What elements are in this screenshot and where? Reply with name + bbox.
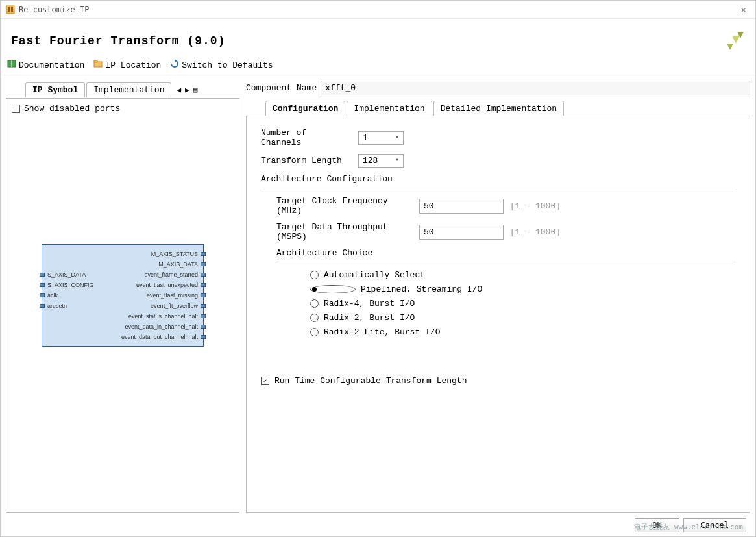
- refresh-icon: [170, 59, 179, 71]
- transform-length-label: Transform Length: [261, 156, 352, 166]
- radio-radix2[interactable]: [310, 314, 319, 322]
- tab-next-icon[interactable]: ▶: [185, 86, 189, 94]
- svg-marker-3: [727, 44, 733, 50]
- title-bar: Re-customize IP ×: [1, 1, 755, 19]
- left-tabs: IP Symbol Implementation ◀ ▶ ▤: [6, 81, 239, 99]
- tab-list-icon[interactable]: ▤: [193, 86, 198, 94]
- folder-icon: [93, 59, 103, 71]
- book-icon: [7, 59, 16, 71]
- port-out-3: event_tlast_unexpected: [136, 282, 198, 288]
- radio-auto-label: Automatically Select: [324, 270, 425, 280]
- show-disabled-checkbox[interactable]: [12, 105, 20, 113]
- switch-defaults-link[interactable]: Switch to Defaults: [170, 59, 273, 71]
- ip-block-diagram: M_AXIS_STATUS M_AXIS_DATA S_AXIS_DATAeve…: [42, 244, 204, 347]
- app-icon: [6, 5, 15, 14]
- tab-configuration[interactable]: Configuration: [265, 101, 345, 116]
- port-in-2: aclk: [47, 292, 58, 299]
- documentation-link[interactable]: Documentation: [7, 59, 84, 71]
- tab-implementation-left[interactable]: Implementation: [86, 82, 171, 97]
- tab-detailed-implementation[interactable]: Detailed Implementation: [433, 101, 564, 116]
- component-name-input[interactable]: [321, 81, 750, 95]
- symbol-panel: Show disabled ports M_AXIS_STATUS M_AXIS…: [6, 98, 239, 513]
- switch-defaults-label: Switch to Defaults: [182, 60, 273, 70]
- arch-config-heading: Architecture Configuration: [261, 174, 735, 184]
- port-out-8: event_data_out_channel_halt: [121, 334, 198, 340]
- runtime-config-label: Run Time Configurable Transform Length: [274, 376, 467, 386]
- cancel-button[interactable]: Cancel: [683, 518, 746, 532]
- main-area: IP Symbol Implementation ◀ ▶ ▤ Show disa…: [1, 75, 755, 514]
- radio-auto[interactable]: [310, 271, 319, 279]
- documentation-label: Documentation: [19, 60, 84, 70]
- left-pane: IP Symbol Implementation ◀ ▶ ▤ Show disa…: [6, 81, 239, 513]
- vivado-logo-icon: [724, 31, 745, 51]
- transform-length-select[interactable]: 128: [358, 154, 404, 168]
- port-out-5: event_fft_overflow: [151, 303, 198, 309]
- tab-implementation[interactable]: Implementation: [347, 101, 432, 116]
- port-in-1: S_AXIS_CONFIG: [47, 282, 94, 288]
- throughput-input[interactable]: [419, 225, 504, 240]
- runtime-config-checkbox[interactable]: ✓: [261, 377, 269, 385]
- clock-freq-label: Target Clock Frequency (MHz): [276, 196, 413, 216]
- svg-marker-10: [175, 59, 177, 63]
- port-out-2: event_frame_started: [144, 271, 198, 278]
- num-channels-label: Number of Channels: [261, 128, 352, 147]
- num-channels-select[interactable]: 1: [358, 131, 404, 145]
- radio-radix4[interactable]: [310, 299, 319, 308]
- throughput-range: [1 - 1000]: [510, 227, 561, 237]
- arch-choice-radios: Automatically Select Pipelined, Streamin…: [276, 270, 735, 337]
- radio-radix2lite-label: Radix-2 Lite, Burst I/O: [324, 327, 440, 337]
- port-out-1: M_AXIS_DATA: [158, 261, 198, 268]
- clock-freq-range: [1 - 1000]: [510, 201, 561, 211]
- config-panel: Number of Channels 1 Transform Length 12…: [246, 116, 750, 513]
- throughput-label: Target Data Throughput (MSPS): [276, 222, 413, 242]
- tab-ip-symbol[interactable]: IP Symbol: [25, 82, 85, 97]
- svg-rect-9: [94, 60, 97, 62]
- arch-choice-heading: Architecture Choice: [276, 248, 735, 258]
- port-in-0: S_AXIS_DATA: [47, 271, 86, 278]
- port-out-4: event_tlast_missing: [147, 292, 198, 299]
- radio-pipelined-label: Pipelined, Streaming I/O: [361, 284, 482, 294]
- port-out-0: M_AXIS_STATUS: [151, 251, 198, 257]
- header: Fast Fourier Transform (9.0): [1, 19, 755, 55]
- radio-radix2lite[interactable]: [310, 328, 319, 336]
- svg-rect-1: [8, 7, 10, 12]
- right-pane: Component Name Configuration Implementat…: [246, 81, 750, 513]
- svg-rect-2: [11, 7, 13, 12]
- port-in-3: aresetn: [47, 303, 67, 309]
- port-out-6: event_status_channel_halt: [128, 313, 198, 319]
- close-icon[interactable]: ×: [737, 5, 750, 15]
- ip-location-label: IP Location: [105, 60, 161, 70]
- tab-prev-icon[interactable]: ◀: [177, 86, 181, 94]
- window-title: Re-customize IP: [19, 5, 89, 14]
- show-disabled-label: Show disabled ports: [24, 104, 120, 114]
- ip-location-link[interactable]: IP Location: [93, 59, 161, 71]
- radio-pipelined[interactable]: [310, 285, 356, 293]
- svg-rect-0: [6, 6, 14, 14]
- radio-radix2-label: Radix-2, Burst I/O: [324, 313, 415, 323]
- toolbar: Documentation IP Location Switch to Defa…: [1, 55, 755, 75]
- component-name-label: Component Name: [246, 83, 317, 93]
- port-out-7: event_data_in_channel_halt: [125, 323, 198, 330]
- radio-radix4-label: Radix-4, Burst I/O: [324, 299, 415, 308]
- clock-freq-input[interactable]: [419, 199, 504, 214]
- ip-name-heading: Fast Fourier Transform (9.0): [11, 34, 225, 47]
- ok-button[interactable]: OK: [635, 518, 679, 532]
- footer: OK Cancel: [1, 514, 755, 536]
- svg-marker-4: [732, 36, 740, 44]
